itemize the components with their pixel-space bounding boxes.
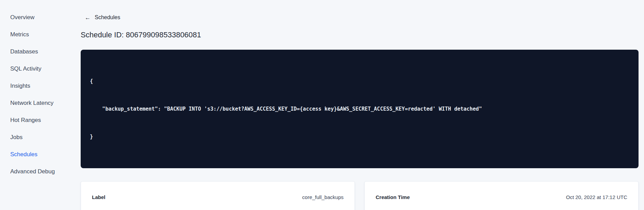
sidebar-item-network-latency[interactable]: Network Latency xyxy=(0,95,67,112)
detail-row-next-execution-time: Next Execution Time Oct 21, 2022 at 0:00… xyxy=(376,205,627,210)
schedule-timing-card: Creation Time Oct 20, 2022 at 17:12 UTC … xyxy=(364,181,639,210)
sidebar-item-schedules[interactable]: Schedules xyxy=(0,146,67,163)
schedule-statement-code-block: { "backup_statement": "BACKUP INTO 's3:/… xyxy=(81,50,639,168)
main-content: ← Schedules Schedule ID: 806799098533806… xyxy=(67,0,644,210)
row-value: Oct 20, 2022 at 17:12 UTC xyxy=(566,194,627,200)
page-title: Schedule ID: 806799098533806081 xyxy=(81,30,639,39)
sidebar-item-metrics[interactable]: Metrics xyxy=(0,26,67,43)
sidebar-item-jobs[interactable]: Jobs xyxy=(0,129,67,146)
sidebar-item-hot-ranges[interactable]: Hot Ranges xyxy=(0,112,67,129)
sidebar: Overview Metrics Databases SQL Activity … xyxy=(0,0,67,210)
sidebar-item-databases[interactable]: Databases xyxy=(0,43,67,60)
schedule-details-card: Label core_full_backups Status ACTIVE St… xyxy=(81,181,355,210)
back-to-schedules-link[interactable]: ← Schedules xyxy=(85,14,120,21)
detail-row-status: Status ACTIVE xyxy=(92,205,344,210)
code-line: "backup_statement": "BACKUP INTO 's3://b… xyxy=(90,104,629,114)
page: Overview Metrics Databases SQL Activity … xyxy=(0,0,644,210)
row-label: Creation Time xyxy=(376,194,410,200)
row-value: core_full_backups xyxy=(302,194,344,200)
back-link-label: Schedules xyxy=(95,14,120,21)
row-label: Label xyxy=(92,194,105,200)
sidebar-item-overview[interactable]: Overview xyxy=(0,9,67,26)
summary-cards: Label core_full_backups Status ACTIVE St… xyxy=(81,181,639,210)
sidebar-item-advanced-debug[interactable]: Advanced Debug xyxy=(0,163,67,180)
detail-row-creation-time: Creation Time Oct 20, 2022 at 17:12 UTC xyxy=(376,190,627,205)
sidebar-item-insights[interactable]: Insights xyxy=(0,77,67,95)
code-line: } xyxy=(90,132,629,141)
code-line: { xyxy=(90,77,629,86)
sidebar-item-sql-activity[interactable]: SQL Activity xyxy=(0,60,67,77)
back-arrow-icon: ← xyxy=(85,15,91,21)
detail-row-label: Label core_full_backups xyxy=(92,190,344,205)
